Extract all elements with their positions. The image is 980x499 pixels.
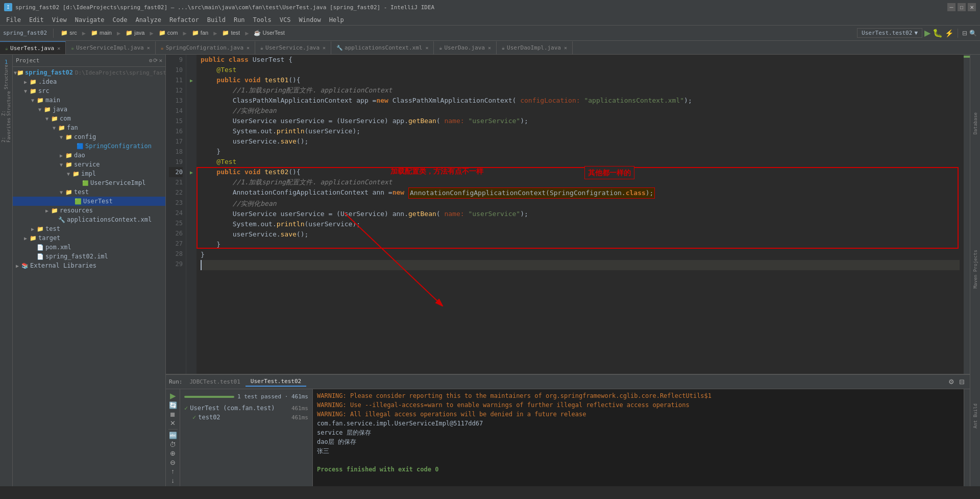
tree-item-impl[interactable]: ▼ 📁 impl: [13, 169, 165, 178]
search-everywhere-button[interactable]: 🔍: [969, 30, 977, 37]
tree-item-src[interactable]: ▼ 📁 src: [13, 86, 165, 96]
sort-alpha-button[interactable]: 🔤: [168, 432, 178, 439]
close-button[interactable]: ✕: [968, 3, 976, 11]
menu-item-code[interactable]: Code: [109, 15, 132, 25]
tree-item-main[interactable]: ▼ 📁 main: [13, 96, 165, 105]
tree-item-config[interactable]: ▼ 📁 config: [13, 132, 165, 141]
tab-close-appcontext[interactable]: ✕: [425, 45, 428, 51]
run-settings-button[interactable]: ⚙: [946, 377, 957, 387]
run-play-button[interactable]: ▶: [168, 391, 178, 400]
tree-item-dao[interactable]: ▶ 📁 dao: [13, 151, 165, 160]
tree-item-springconfig[interactable]: ▶ 🟦 SpringConfigration: [13, 141, 165, 151]
run-tabs-bar: Run: JDBCTest.test01 UserTest.test02 ⚙ ⊟: [166, 375, 970, 389]
gutter-20[interactable]: ▶: [186, 167, 197, 177]
sync-icon[interactable]: ⟳: [153, 57, 158, 64]
profile-button[interactable]: ⚡: [945, 29, 953, 37]
sidebar-icon-z2[interactable]: Z: Structure: [1, 99, 11, 109]
tree-item-fan[interactable]: ▼ 📁 fan: [13, 123, 165, 132]
console-scrollbar[interactable]: [964, 389, 970, 486]
tab-close-userservice[interactable]: ✕: [323, 45, 326, 51]
tab-appcontext[interactable]: 🔧 applicationsContext.xml ✕: [331, 41, 434, 54]
toolbar-fan-btn[interactable]: 📁 fan: [189, 29, 211, 37]
run-item-usertest-group[interactable]: ✓ UserTest (com.fan.test) 461ms: [180, 403, 312, 413]
run-close-button[interactable]: ✕: [168, 419, 178, 427]
tree-item-test-main[interactable]: ▶ 📁 test: [13, 224, 165, 233]
tree-item-root[interactable]: ▼ 📁 spring_fast02 D:\IdeaProjects\spring…: [13, 68, 165, 77]
folder-icon-target: 📁: [29, 234, 37, 242]
menu-item-build[interactable]: Build: [203, 15, 230, 25]
run-button[interactable]: ▶: [924, 28, 930, 38]
menu-item-tools[interactable]: Tools: [249, 15, 276, 25]
menu-item-vcs[interactable]: VCS: [276, 15, 295, 25]
tab-close-userdaoimpl[interactable]: ✕: [564, 45, 567, 51]
menu-item-refactor[interactable]: Refactor: [165, 15, 203, 25]
tree-item-com[interactable]: ▼ 📁 com: [13, 114, 165, 123]
toolbar-com-btn[interactable]: 📁 com: [156, 29, 181, 37]
tree-item-test-folder[interactable]: ▼ 📁 test: [13, 187, 165, 197]
menu-item-navigate[interactable]: Navigate: [71, 15, 109, 25]
tab-userdaoimpl[interactable]: ☕ UserDaoImpl.java ✕: [497, 41, 573, 54]
run-layout-button[interactable]: ⊟: [957, 377, 967, 387]
tab-userdao[interactable]: ☕ UserDao.java ✕: [434, 41, 497, 54]
run-stop-button[interactable]: ⏹: [168, 410, 178, 418]
toolbar-usertest-btn[interactable]: ☕ UserTest: [251, 29, 287, 37]
run-tab-jdbctest[interactable]: JDBCTest.test01: [185, 377, 246, 386]
expand-all-button[interactable]: ⊕: [168, 449, 178, 457]
tab-close-springconfigration[interactable]: ✕: [247, 45, 250, 51]
menu-item-edit[interactable]: Edit: [25, 15, 48, 25]
tree-item-extlibs[interactable]: ▶ 📚 External Libraries: [13, 261, 165, 270]
sort-dur-button[interactable]: ⏱: [168, 441, 178, 448]
method-test02: test02: [264, 167, 288, 177]
tab-close-usertest[interactable]: ✕: [57, 45, 60, 51]
tree-item-target[interactable]: ▶ 📁 target: [13, 233, 165, 243]
tree-item-service[interactable]: ▼ 📁 service: [13, 160, 165, 169]
maximize-button[interactable]: □: [958, 3, 966, 11]
debug-button[interactable]: 🐛: [933, 28, 943, 38]
tree-item-usertest[interactable]: ▶ 🟩 UserTest: [13, 197, 165, 206]
database-panel-label[interactable]: Database: [973, 110, 978, 136]
run-item-test02[interactable]: ✓ test02 461ms: [180, 413, 312, 422]
tree-item-userserviceimpl[interactable]: ▶ 🟩 UserServiceImpl: [13, 178, 165, 187]
menu-item-file[interactable]: File: [2, 15, 25, 25]
layout-button[interactable]: ⊟: [962, 30, 967, 37]
tree-item-java[interactable]: ▼ 📁 java: [13, 105, 165, 114]
collapse-all-button[interactable]: ⊖: [168, 459, 178, 466]
tree-item-resources[interactable]: ▶ 📁 resources: [13, 206, 165, 215]
run-rerun-button[interactable]: 🔄: [168, 401, 178, 409]
tab-close-userserviceimpl[interactable]: ✕: [147, 45, 150, 51]
ant-panel-label[interactable]: Ant Build: [973, 401, 978, 431]
maven-panel-label[interactable]: Maven Projects: [973, 248, 978, 291]
run-tab-usertest[interactable]: UserTest.test02: [246, 377, 306, 387]
gutter-11[interactable]: ▶: [186, 75, 197, 85]
tab-userserviceimpl[interactable]: ☕ UserServiceImpl.java ✕: [66, 41, 156, 54]
tab-springconfigration[interactable]: ☕ SpringConfigration.java ✕: [156, 41, 255, 54]
menu-item-analyze[interactable]: Analyze: [131, 15, 165, 25]
minimize-button[interactable]: ─: [947, 3, 955, 11]
sidebar-icon-z1[interactable]: 2: Favorites: [1, 125, 11, 135]
menu-item-window[interactable]: Window: [295, 15, 325, 25]
next-fail-button[interactable]: ↓: [168, 477, 178, 484]
tree-item-iml[interactable]: ▶ 📄 spring_fast02.iml: [13, 252, 165, 261]
gear-icon[interactable]: ⚙: [149, 57, 153, 64]
menu-item-help[interactable]: Help: [325, 15, 348, 25]
prev-fail-button[interactable]: ↑: [168, 467, 178, 475]
toolbar-test-btn[interactable]: 📁 test: [219, 29, 243, 37]
tab-usertest[interactable]: ☕ UserTest.java ✕: [0, 41, 66, 54]
sidebar-icon-structure[interactable]: Structure: [1, 72, 11, 82]
project-tree: Project ⚙ ⟳ ✕ ▼ 📁 spring_fast02 D:\IdeaP…: [13, 55, 166, 486]
menu-item-view[interactable]: View: [48, 15, 71, 25]
code-content[interactable]: public class UserTest { @Test public voi…: [197, 55, 964, 374]
run-config-selector[interactable]: UserTest.test02 ▼: [857, 28, 922, 38]
tab-userservice[interactable]: ☕ UserService.java ✕: [255, 41, 331, 54]
tab-close-userdao[interactable]: ✕: [488, 45, 491, 51]
close-panel-icon[interactable]: ✕: [159, 57, 162, 64]
toolbar-main-btn[interactable]: 📁 main: [88, 29, 115, 37]
far-right-panel: Database Maven Projects Ant Build: [970, 55, 980, 486]
toolbar-src-btn[interactable]: 📁 src: [58, 29, 80, 37]
tree-item-appcontext-xml[interactable]: ▶ 🔧 applicationsContext.xml: [13, 215, 165, 224]
tree-item-idea[interactable]: ▶ 📁 .idea: [13, 77, 165, 86]
toolbar-java-btn[interactable]: 📁 java: [122, 29, 148, 37]
menu-item-run[interactable]: Run: [230, 15, 249, 25]
tree-label-config: config: [74, 133, 96, 140]
tree-item-pom[interactable]: ▶ 📄 pom.xml: [13, 243, 165, 252]
